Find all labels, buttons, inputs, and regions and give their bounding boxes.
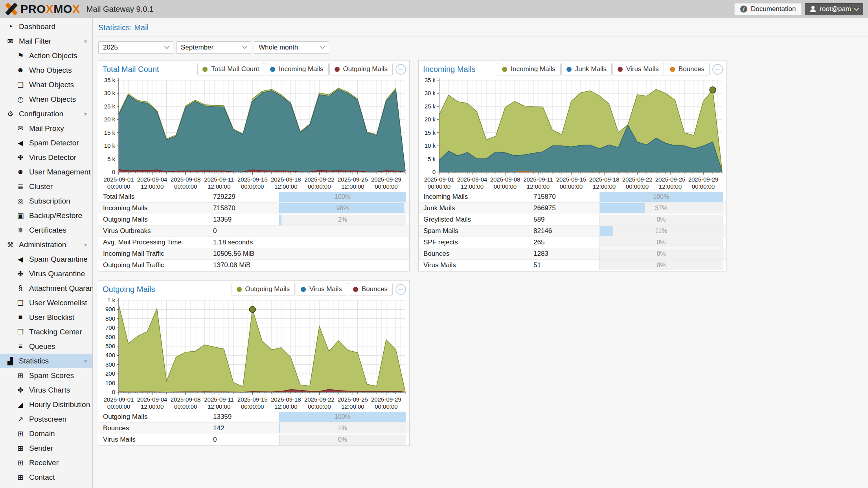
legend-item[interactable]: Virus Mails xyxy=(296,283,347,295)
svg-text:2025-09-01: 2025-09-01 xyxy=(424,176,454,183)
svg-text:900: 900 xyxy=(105,306,115,312)
legend: Total Mail CountIncoming MailsOutgoing M… xyxy=(197,63,393,75)
legend-item[interactable]: Outgoing Mails xyxy=(329,63,393,75)
bar-chart-icon: ▟ xyxy=(5,357,16,365)
life-ring-icon: ◎ xyxy=(15,197,26,205)
sidebar-item-receiver[interactable]: ⊞Receiver xyxy=(0,455,92,470)
svg-text:15 k: 15 k xyxy=(425,129,436,136)
brand-wordmark: PROXMOX xyxy=(20,3,80,16)
sidebar-item-virus-detector[interactable]: ✤Virus Detector xyxy=(0,150,92,165)
file-solid-icon: ■ xyxy=(15,313,26,321)
sidebar-item-sender[interactable]: ⊞Sender xyxy=(0,441,92,455)
svg-text:2025-09-04: 2025-09-04 xyxy=(137,176,167,183)
sidebar-item-mail-proxy[interactable]: ✉Mail Proxy xyxy=(0,121,92,136)
documentation-button[interactable]: i Documentation xyxy=(734,3,802,15)
range-select[interactable]: Whole month xyxy=(254,41,329,54)
sidebar-item-action-objects[interactable]: ⚑Action Objects xyxy=(0,48,92,63)
svg-text:00:00:00: 00:00:00 xyxy=(241,183,264,190)
row-label: Incoming Mails xyxy=(419,191,533,202)
svg-text:35 k: 35 k xyxy=(104,77,116,83)
sidebar-item-configuration[interactable]: ⚙Configuration▾ xyxy=(0,106,92,121)
tachometer-icon: ◔ xyxy=(5,22,16,31)
legend-item[interactable]: Bounces xyxy=(348,283,393,295)
month-select[interactable]: September xyxy=(176,41,251,54)
sidebar-item-statistics[interactable]: ▟Statistics▾ xyxy=(0,354,92,368)
sidebar-item-user-management[interactable]: ☻User Management xyxy=(0,165,92,179)
sidebar-item-hourly-distribution[interactable]: ◢Hourly Distribution xyxy=(0,397,92,412)
chevron-down-icon[interactable]: ▾ xyxy=(84,38,87,44)
sidebar-item-spam-detector[interactable]: ◀Spam Detector xyxy=(0,136,92,150)
incoming-mails-chart: 05 k10 k15 k20 k25 k30 k35 k2025-09-0100… xyxy=(419,76,726,191)
legend-item[interactable]: Junk Mails xyxy=(561,63,612,75)
bullhorn-icon: ◀ xyxy=(15,255,26,264)
sidebar-item-who-objects[interactable]: ☻Who Objects xyxy=(0,63,92,77)
table-icon: ⊞ xyxy=(15,473,26,482)
svg-text:20 k: 20 k xyxy=(425,116,436,123)
percent-label: 0% xyxy=(600,215,723,225)
sidebar-item-when-objects[interactable]: ◷When Objects xyxy=(0,92,92,106)
chevron-down-icon[interactable]: ▾ xyxy=(84,111,87,117)
minus-icon xyxy=(398,69,403,70)
sidebar-item-mail-filter[interactable]: ✉Mail Filter▾ xyxy=(0,34,92,48)
legend-item[interactable]: Bounces xyxy=(665,63,710,75)
sidebar-item-label: Cluster xyxy=(29,182,53,191)
sidebar-item-user-welcomelist[interactable]: ❏User Welcomelist xyxy=(0,295,92,310)
legend-label: Outgoing Mails xyxy=(245,285,290,293)
svg-text:12:00:00: 12:00:00 xyxy=(208,183,230,190)
row-label: Junk Mails xyxy=(419,203,533,214)
user-menu-button[interactable]: root@pam xyxy=(805,3,863,15)
sidebar-item-what-objects[interactable]: ❑What Objects xyxy=(0,77,92,92)
chevron-down-icon[interactable]: ▾ xyxy=(84,358,87,364)
row-bar-cell xyxy=(279,260,409,271)
sidebar-item-attachment-quarantine[interactable]: §Attachment Quarantine xyxy=(0,281,92,295)
collapse-button[interactable] xyxy=(395,64,406,75)
legend-item[interactable]: Incoming Mails xyxy=(265,63,328,75)
sidebar-item-certificates[interactable]: ✵Certificates xyxy=(0,223,92,237)
collapse-button[interactable] xyxy=(712,64,723,75)
svg-text:00:00:00: 00:00:00 xyxy=(428,183,451,190)
users-icon: ☻ xyxy=(15,168,26,176)
sidebar-item-virus-quarantine[interactable]: ✤Virus Quarantine xyxy=(0,266,92,281)
percent-bar: 1% xyxy=(279,423,406,433)
sidebar-item-label: Postscreen xyxy=(29,415,66,424)
sidebar-item-domain[interactable]: ⊞Domain xyxy=(0,426,92,441)
legend-label: Bounces xyxy=(362,285,388,293)
percent-label: 37% xyxy=(600,203,723,213)
svg-text:00:00:00: 00:00:00 xyxy=(626,183,649,190)
legend-item[interactable]: Incoming Mails xyxy=(497,63,560,75)
sidebar-item-tracking-center[interactable]: ❒Tracking Center xyxy=(0,325,92,339)
svg-text:2025-09-11: 2025-09-11 xyxy=(204,396,234,403)
sidebar-item-dashboard[interactable]: ◔Dashboard xyxy=(0,19,92,34)
sidebar-item-label: Subscription xyxy=(29,197,70,205)
sidebar-item-spam-scores[interactable]: ⊞Spam Scores xyxy=(0,368,92,383)
percent-label: 0% xyxy=(600,260,723,270)
sidebar-item-subscription[interactable]: ◎Subscription xyxy=(0,194,92,208)
legend-label: Junk Mails xyxy=(575,65,607,73)
row-value: 715870 xyxy=(533,191,600,202)
sidebar-item-spam-quarantine[interactable]: ◀Spam Quarantine xyxy=(0,252,92,266)
chevron-down-icon[interactable]: ▾ xyxy=(84,242,87,248)
sidebar-item-user-blocklist[interactable]: ■User Blocklist xyxy=(0,310,92,325)
table-row: Incoming Mails715870100% xyxy=(419,191,726,203)
legend-swatch xyxy=(335,67,340,72)
collapse-button[interactable] xyxy=(395,284,406,295)
table-row: Bounces12830% xyxy=(419,248,726,260)
legend-swatch xyxy=(502,67,507,72)
list-icon: ≡ xyxy=(15,342,26,350)
sidebar-item-contact[interactable]: ⊞Contact xyxy=(0,470,92,484)
sidebar-item-backup-restore[interactable]: ▣Backup/Restore xyxy=(0,208,92,223)
user-icon xyxy=(810,6,816,12)
table-row: Virus Outbreaks0 xyxy=(98,226,409,237)
legend-item[interactable]: Total Mail Count xyxy=(197,63,264,75)
sidebar-item-queues[interactable]: ≡Queues xyxy=(0,339,92,354)
legend-item[interactable]: Virus Mails xyxy=(612,63,664,75)
row-value: 589 xyxy=(533,214,600,225)
sidebar-item-cluster[interactable]: ≣Cluster xyxy=(0,179,92,194)
sidebar-item-postscreen[interactable]: ↗Postscreen xyxy=(0,412,92,426)
legend-item[interactable]: Outgoing Mails xyxy=(232,283,295,295)
panel-title: Total Mail Count xyxy=(103,65,197,74)
svg-text:00:00:00: 00:00:00 xyxy=(560,183,583,190)
sidebar-item-virus-charts[interactable]: ✤Virus Charts xyxy=(0,383,92,397)
sidebar-item-administration[interactable]: ⚒Administration▾ xyxy=(0,237,92,252)
year-select[interactable]: 2025 xyxy=(98,41,173,54)
